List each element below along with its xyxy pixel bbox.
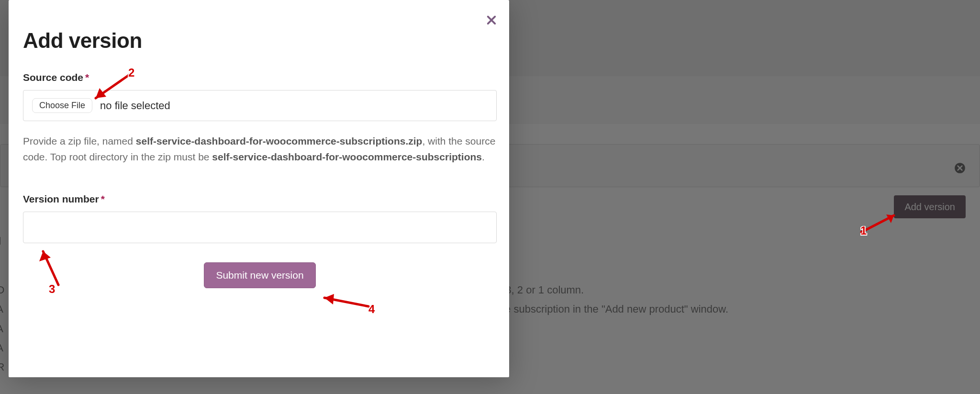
version-number-input[interactable] [23,212,497,243]
source-code-label: Source code* [23,72,488,83]
choose-file-label: Choose File [39,101,85,110]
submit-new-version-button[interactable]: Submit new version [204,262,315,288]
file-input-box[interactable]: Choose File no file selected [23,90,497,121]
viewport: Add version rel Fi - D n 3, 2 or 1 colum… [0,0,980,394]
choose-file-button[interactable]: Choose File [32,98,92,113]
no-file-selected-text: no file selected [100,100,170,112]
submit-button-label: Submit new version [216,270,303,281]
close-icon [486,20,497,27]
required-mark: * [83,72,89,83]
add-version-modal: Add version Source code* Choose File no … [9,0,509,377]
version-number-label: Version number* [23,193,488,205]
submit-row: Submit new version [23,262,497,288]
modal-title: Add version [23,29,488,53]
required-mark-2: * [99,193,105,204]
source-code-help-text: Provide a zip file, named self-service-d… [23,134,497,165]
close-button[interactable] [484,13,499,28]
